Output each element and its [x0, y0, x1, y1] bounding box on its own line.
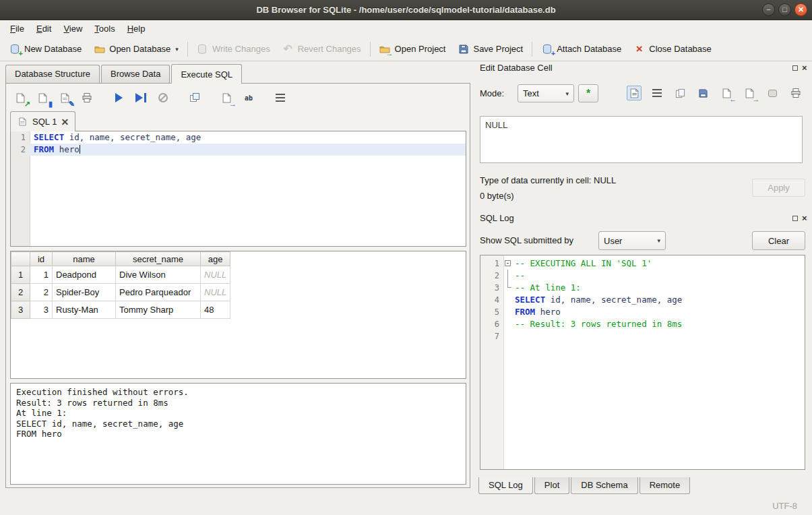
- word-wrap-icon[interactable]: [273, 90, 288, 105]
- open-sql-file-icon[interactable]: ↗: [13, 90, 28, 105]
- word-wrap-icon[interactable]: [650, 86, 664, 100]
- menu-help[interactable]: Help: [121, 22, 152, 36]
- float-panel-icon[interactable]: [792, 216, 798, 221]
- tab-db-schema[interactable]: DB Schema: [571, 477, 637, 494]
- save-sql-file-icon[interactable]: ▮: [35, 90, 50, 105]
- attach-database-button[interactable]: + Attach Database: [535, 40, 627, 59]
- cell-secret-name[interactable]: Dive Wilson: [116, 266, 201, 284]
- new-tab-icon[interactable]: [187, 90, 202, 105]
- open-database-dropdown-icon[interactable]: ▾: [175, 46, 179, 53]
- row-number[interactable]: 3: [11, 301, 30, 319]
- row-number[interactable]: 2: [11, 284, 30, 301]
- tab-remote[interactable]: Remote: [639, 477, 691, 494]
- tab-execute-sql[interactable]: Execute SQL: [171, 64, 242, 84]
- clear-log-button[interactable]: Clear: [752, 231, 805, 250]
- cell-secret-name[interactable]: Tommy Sharp: [116, 301, 201, 319]
- set-null-icon[interactable]: [766, 86, 780, 100]
- titlebar: DB Browser for SQLite - /home/user/code/…: [0, 0, 812, 20]
- export-icon[interactable]: →: [219, 90, 234, 105]
- cell-name[interactable]: Rusty-Man: [53, 301, 116, 319]
- cell-value-editor[interactable]: NULL: [480, 116, 803, 163]
- cell-age[interactable]: NULL: [201, 284, 230, 301]
- log-line: 2 --: [480, 270, 805, 282]
- save-project-button[interactable]: Save Project: [451, 40, 529, 59]
- tab-plot[interactable]: Plot: [534, 477, 569, 494]
- col-header-age[interactable]: age: [201, 252, 230, 266]
- copy-icon[interactable]: [673, 86, 688, 100]
- row-number[interactable]: 1: [11, 266, 30, 284]
- open-project-button[interactable]: → Open Project: [373, 40, 452, 59]
- fold-end-icon: [507, 282, 511, 288]
- log-line: 6 -- Result: 3 rows returned in 8ms: [480, 318, 805, 330]
- cell-id[interactable]: 2: [30, 284, 53, 301]
- tab-sql-log[interactable]: SQL Log: [478, 477, 533, 494]
- open-database-label: Open Database: [109, 44, 170, 54]
- toolbar-separator: [532, 42, 532, 57]
- execute-current-line-icon[interactable]: [133, 90, 148, 105]
- sql-editor[interactable]: 1 SELECT id, name, secret_name, age 2 FR…: [10, 131, 466, 247]
- cell-secret-name[interactable]: Pedro Parqueador: [116, 284, 201, 301]
- save-sql-file-as-icon[interactable]: ✎: [57, 90, 72, 105]
- cell-name[interactable]: Deadpond: [53, 266, 116, 284]
- mode-label: Mode:: [480, 88, 504, 98]
- sql-tab[interactable]: SQL 1 ✕: [10, 111, 75, 131]
- close-database-button[interactable]: × Close Database: [627, 40, 718, 59]
- menu-edit[interactable]: Edit: [30, 22, 57, 36]
- close-panel-icon[interactable]: ×: [802, 215, 807, 222]
- tab-database-structure[interactable]: Database Structure: [5, 65, 100, 83]
- export-icon[interactable]: →: [742, 86, 757, 100]
- encoding-indicator[interactable]: UTF-8: [772, 501, 797, 511]
- text-mode-icon[interactable]: [627, 86, 642, 100]
- menu-tools[interactable]: Tools: [88, 22, 121, 36]
- print-icon[interactable]: [788, 86, 803, 100]
- import-icon[interactable]: ←: [719, 86, 734, 100]
- close-database-icon: ×: [633, 43, 645, 55]
- main-tab-bar: Database Structure Browse Data Execute S…: [5, 65, 242, 84]
- sql-log-view[interactable]: 1 - -- EXECUTING ALL IN 'SQL 1' 2 -- 3 -…: [480, 255, 805, 470]
- edit-cell-title: Edit Database Cell: [480, 63, 553, 73]
- log-line: 5 FROM hero: [480, 306, 805, 318]
- open-database-button[interactable]: Open Database ▾: [88, 40, 185, 59]
- auto-switch-mode-button[interactable]: *: [578, 84, 598, 102]
- fold-collapse-icon[interactable]: -: [505, 260, 511, 266]
- auto-switch-mode-icon: *: [586, 88, 590, 100]
- cell-age[interactable]: NULL: [201, 266, 230, 284]
- log-filter-select[interactable]: User ▾: [598, 231, 666, 250]
- find-replace-icon[interactable]: ab: [241, 90, 256, 105]
- sql-tab-close-icon[interactable]: ✕: [61, 118, 69, 126]
- menu-file[interactable]: File: [4, 22, 30, 36]
- corner-header: [11, 252, 30, 266]
- close-icon[interactable]: ✕: [794, 3, 807, 16]
- menu-view[interactable]: View: [57, 22, 88, 36]
- results-grid: id name secret_name age 1 1 Deadpond Div…: [10, 251, 466, 379]
- print-icon[interactable]: [80, 90, 94, 105]
- cell-id[interactable]: 1: [30, 266, 53, 284]
- col-header-secret-name[interactable]: secret_name: [116, 252, 201, 266]
- log-line: 4 SELECT id, name, secret_name, age: [480, 294, 805, 306]
- open-project-label: Open Project: [395, 44, 446, 54]
- window-controls: − □ ✕: [762, 3, 807, 16]
- table-row: 1 1 Deadpond Dive Wilson NULL: [11, 266, 230, 284]
- sql-keyword: SELECT: [34, 132, 64, 142]
- save-as-icon[interactable]: [696, 86, 711, 100]
- attach-database-icon: +: [541, 43, 553, 55]
- execute-sql-panel: ↗ ▮ ✎: [5, 83, 470, 488]
- sql-editor-toolbar: ↗ ▮ ✎: [13, 88, 295, 108]
- cell-name[interactable]: Spider-Boy: [53, 284, 116, 301]
- minimize-icon[interactable]: −: [762, 3, 775, 16]
- tab-browse-data[interactable]: Browse Data: [101, 65, 170, 83]
- float-panel-icon[interactable]: [792, 65, 798, 71]
- cell-age[interactable]: 48: [201, 301, 230, 319]
- maximize-icon[interactable]: □: [778, 3, 791, 16]
- line-number: 1: [11, 131, 30, 144]
- col-header-id[interactable]: id: [30, 252, 53, 266]
- sql-log-panel-controls: ×: [792, 215, 807, 222]
- col-header-name[interactable]: name: [53, 252, 116, 266]
- line-number: 2: [11, 144, 30, 156]
- cell-id[interactable]: 3: [30, 301, 53, 319]
- log-line: 7: [480, 330, 805, 342]
- new-database-button[interactable]: + New Database: [3, 40, 88, 59]
- close-panel-icon[interactable]: ×: [802, 65, 807, 71]
- mode-select[interactable]: Text ▾: [518, 84, 574, 102]
- execute-all-icon[interactable]: [111, 90, 126, 105]
